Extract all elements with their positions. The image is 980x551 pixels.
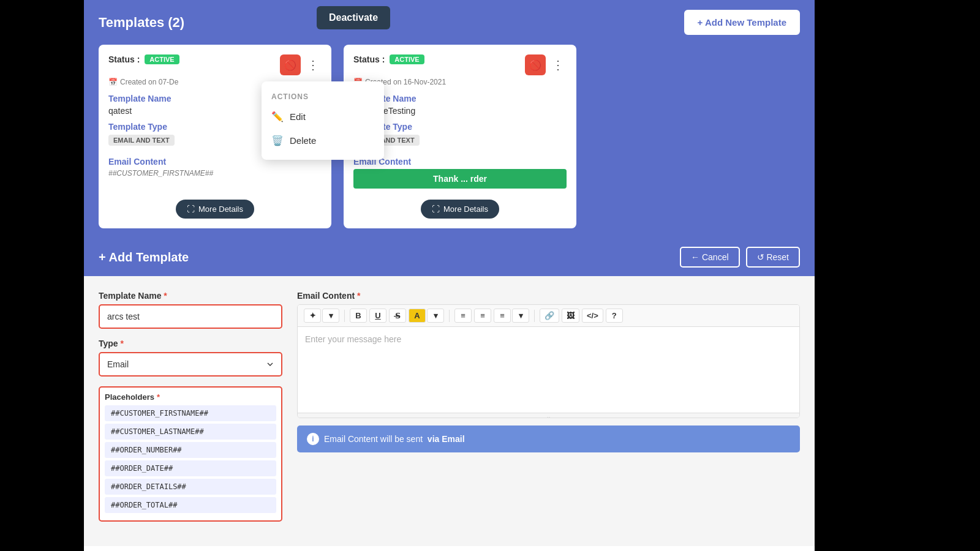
form-right: Email Content * ✦ ▾ B U S̶ — [297, 291, 800, 531]
deactivate-button-2[interactable]: 🚫 — [525, 54, 546, 75]
add-template-title: + Add Template — [99, 250, 189, 264]
highlight-dropdown-btn[interactable]: ▾ — [427, 309, 444, 323]
more-options-button-1[interactable]: ⋮ — [304, 58, 322, 72]
more-details-button-1[interactable]: ⛶ More Details — [176, 200, 254, 219]
editor-body[interactable]: Enter your message here — [298, 327, 799, 413]
align-dropdown: ≡ ▾ — [494, 309, 529, 323]
email-content-label-2: Email Content — [353, 157, 567, 167]
bold-button[interactable]: B — [350, 309, 367, 323]
expand-icon-1: ⛶ — [187, 204, 195, 214]
separator-2 — [449, 310, 450, 322]
card-actions-1: 🚫 ⋮ — [280, 54, 322, 75]
add-template-body: Template Name * Type * Email SMS Email a… — [84, 276, 815, 546]
page-title: Templates (2) — [99, 15, 184, 31]
type-select[interactable]: Email SMS Email and Text — [99, 352, 282, 377]
expand-icon-2: ⛶ — [432, 204, 440, 214]
template-name-label-2: Template Name — [353, 94, 567, 103]
wand-button[interactable]: ✦ — [304, 309, 321, 323]
status-label-1: Status : — [108, 54, 140, 64]
placeholder-item-1[interactable]: ##CUSTOMER_LASTNAME## — [105, 424, 276, 440]
add-template-section: + Add Template ← Cancel ↺ Reset Template… — [84, 238, 815, 551]
placeholder-item-4[interactable]: ##ORDER_DETAILS## — [105, 479, 276, 495]
more-details-button-2[interactable]: ⛶ More Details — [421, 200, 499, 219]
code-button[interactable]: </> — [582, 309, 603, 323]
email-info-banner: i Email Content will be sent via Email — [297, 425, 800, 452]
status-label-2: Status : — [353, 54, 385, 64]
created-date-2: 📅 Created on 16-Nov-2021 — [353, 78, 567, 86]
placeholder-item-0[interactable]: ##CUSTOMER_FIRSTNAME## — [105, 405, 276, 421]
templates-area: Status : ACTIVE 🚫 ⋮ 📅 Created on 07-De T… — [84, 45, 815, 238]
placeholders-group: Placeholders * ##CUSTOMER_FIRSTNAME## ##… — [99, 386, 282, 522]
align-button[interactable]: ≡ — [494, 309, 511, 323]
status-row-2: Status : ACTIVE — [353, 54, 424, 64]
type-form-label: Type * — [99, 339, 282, 348]
highlight-button[interactable]: A — [409, 309, 426, 323]
type-group: Type * Email SMS Email and Text — [99, 339, 282, 377]
template-name-form-label: Template Name * — [99, 291, 282, 301]
separator-1 — [344, 310, 345, 322]
more-options-button-2[interactable]: ⋮ — [549, 58, 567, 72]
dropdown-delete-item[interactable]: 🗑️ Delete — [262, 129, 384, 152]
template-name-input[interactable] — [99, 304, 282, 329]
delete-icon: 🗑️ — [271, 135, 284, 146]
email-content-form-label: Email Content * — [297, 291, 800, 301]
wand-dropdown[interactable]: ✦ ▾ — [304, 309, 339, 323]
placeholders-required-star: * — [157, 392, 160, 402]
highlight-dropdown: A ▾ — [409, 309, 444, 323]
template-name-required-star: * — [164, 291, 167, 301]
editor-toolbar: ✦ ▾ B U S̶ A ▾ ≡ ≡ — [298, 305, 799, 327]
dropdown-header: ACTIONS — [262, 89, 384, 105]
template-name-value-2: TemplateTesting — [353, 106, 567, 116]
email-content-required-star: * — [357, 291, 360, 301]
reset-button[interactable]: ↺ Reset — [746, 247, 800, 268]
status-badge-2: ACTIVE — [390, 54, 424, 64]
help-button[interactable]: ? — [606, 309, 623, 323]
cancel-button[interactable]: ← Cancel — [680, 247, 739, 268]
dropdown-edit-item[interactable]: ✏️ Edit — [262, 105, 384, 129]
calendar-icon-1: 📅 — [108, 78, 118, 86]
deactivate-tooltip: Deactivate — [317, 6, 390, 29]
status-badge-1: ACTIVE — [145, 54, 179, 64]
edit-icon: ✏️ — [271, 111, 284, 122]
placeholder-item-5[interactable]: ##ORDER_TOTAL## — [105, 497, 276, 513]
align-dropdown-btn[interactable]: ▾ — [512, 309, 529, 323]
actions-dropdown: ACTIONS ✏️ Edit 🗑️ Delete — [262, 81, 384, 160]
template-type-label-2: Template Type — [353, 122, 567, 132]
deactivate-button-1[interactable]: 🚫 — [280, 54, 301, 75]
wand-dropdown-btn[interactable]: ▾ — [322, 309, 339, 323]
info-icon: i — [307, 433, 319, 445]
email-content-preview-2: Thank ... rder — [353, 169, 567, 189]
type-required-star: * — [121, 339, 124, 348]
email-editor: ✦ ▾ B U S̶ A ▾ ≡ ≡ — [297, 304, 800, 418]
email-content-preview-1: ##CUSTOMER_FIRSTNAME## — [108, 169, 322, 178]
image-button[interactable]: 🖼 — [562, 309, 579, 323]
ordered-list-button[interactable]: ≡ — [474, 309, 491, 323]
status-row-1: Status : ACTIVE — [108, 54, 179, 64]
card-actions-2: 🚫 ⋮ — [525, 54, 567, 75]
add-template-header: + Add Template ← Cancel ↺ Reset — [84, 238, 815, 276]
add-new-template-button[interactable]: + Add New Template — [684, 10, 800, 35]
placeholder-item-3[interactable]: ##ORDER_DATE## — [105, 460, 276, 476]
underline-button[interactable]: U — [369, 309, 386, 323]
placeholders-label: Placeholders * — [105, 392, 276, 402]
page-header: Templates (2) + Add New Template — [84, 0, 815, 45]
editor-resize-handle[interactable]: ⠿ — [298, 413, 799, 418]
bullet-list-button[interactable]: ≡ — [454, 309, 472, 323]
separator-3 — [534, 310, 535, 322]
placeholder-item-2[interactable]: ##ORDER_NUMBER## — [105, 442, 276, 458]
template-type-badge-1: EMAIL AND TEXT — [108, 135, 175, 146]
strikethrough-button[interactable]: S̶ — [389, 309, 406, 323]
header-actions: ← Cancel ↺ Reset — [680, 247, 800, 268]
template-name-group: Template Name * — [99, 291, 282, 329]
link-button[interactable]: 🔗 — [540, 309, 559, 323]
form-left: Template Name * Type * Email SMS Email a… — [99, 291, 282, 531]
